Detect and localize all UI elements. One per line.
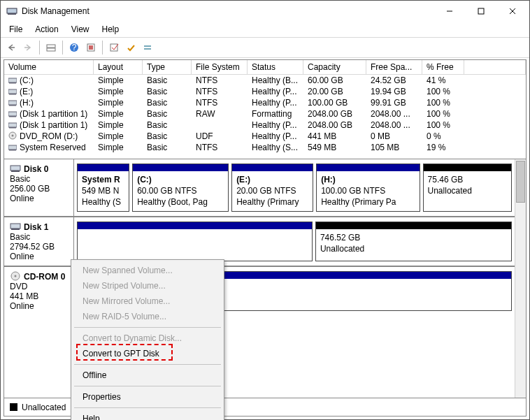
legend-label-unallocated: Unallocated [22,403,66,412]
partition[interactable]: (H:)100.00 GB NTFSHealthy (Primary Pa [316,164,420,212]
window-title: Disk Management [22,6,434,16]
volume-row[interactable]: (C:)SimpleBasicNTFSHealthy (B...60.00 GB… [4,75,526,86]
cell [192,120,248,131]
cell: (C:) [4,75,94,86]
menu-action[interactable]: Action [29,23,64,36]
volume-list-header: VolumeLayoutTypeFile SystemStatusCapacit… [4,60,526,75]
cell: 2048.00 GB [303,120,366,131]
cell: 441 MB [303,131,366,142]
cell [464,97,526,108]
context-menu-item[interactable]: Convert to GPT Disk [73,346,222,361]
list-button[interactable] [140,40,155,55]
column-header[interactable]: % Free [422,60,464,75]
disk-row: Disk 1Basic2794.52 GBOnline746.52 GBUnal… [4,216,515,266]
help-button[interactable]: ? [66,40,82,55]
svg-rect-23 [8,123,17,127]
svg-rect-19 [8,101,17,105]
menu-separator [74,386,221,386]
cell: Basic [143,75,192,86]
cell: 0 % [422,131,464,142]
scrollbar-thumb[interactable] [516,161,525,203]
cell: 2048.00 ... [366,108,422,120]
column-header[interactable]: Status [248,60,303,75]
disk-label[interactable]: Disk 0Basic256.00 GBOnline [4,159,74,216]
cell: 2048.00 ... [366,120,422,131]
cell: 549 MB [303,142,366,153]
svg-rect-30 [11,171,20,172]
column-header[interactable]: Volume [4,60,94,75]
context-menu-item: Convert to Dynamic Disk... [73,331,222,346]
volume-row[interactable]: (H:)SimpleBasicNTFSHealthy (P...100.00 G… [4,97,526,108]
svg-rect-1 [8,13,16,15]
partition[interactable]: System R549 MB NHealthy (S [77,164,129,212]
menu-file[interactable]: File [3,23,28,36]
volume-row[interactable]: DVD_ROM (D:)SimpleBasicUDFHealthy (P...4… [4,131,526,142]
back-button[interactable] [3,40,19,55]
svg-point-34 [15,275,17,277]
volume-row[interactable]: (Disk 1 partition 1)SimpleBasicHealthy (… [4,120,526,131]
maximize-button[interactable] [465,1,496,21]
partition[interactable]: (E:)20.00 GB NTFSHealthy (Primary [231,164,313,212]
svg-point-26 [12,135,14,137]
cell: Healthy (P... [248,97,303,108]
refresh-button[interactable] [106,40,122,55]
menu-separator [74,327,221,328]
menu-separator [74,407,221,408]
disk-management-window: Disk Management File Action View Help ? … [0,0,530,420]
menu-help[interactable]: Help [96,23,125,36]
volume-row[interactable]: (Disk 1 partition 1)SimpleBasicRAWFormat… [4,108,526,120]
disk-label[interactable]: CD-ROM 0DVD441 MBOnline [4,267,74,315]
column-header[interactable]: File System [192,60,248,75]
cell [464,75,526,86]
column-header[interactable]: Free Spa... [366,60,422,75]
apply-button[interactable] [123,40,138,55]
cell: 100 % [422,86,464,97]
disk-context-menu[interactable]: New Spanned Volume...New Striped Volume.… [71,259,224,420]
cell: Basic [143,97,192,108]
volume-row[interactable]: (E:)SimpleBasicNTFSHealthy (P...20.00 GB… [4,86,526,97]
partition-unallocated[interactable]: 746.52 GBUnallocated [315,222,512,261]
minimize-button[interactable] [434,1,465,21]
cell [464,108,526,120]
context-menu-item[interactable]: Help [73,411,222,420]
partition[interactable] [77,222,313,261]
disk-partitions: System R549 MB NHealthy (S(C:)60.00 GB N… [74,159,515,216]
partition-unallocated[interactable]: 75.46 GBUnallocated [423,164,512,212]
context-menu-item[interactable]: Offline [73,368,222,383]
cell: Simple [94,131,143,142]
forward-button[interactable] [20,40,36,55]
show-hide-console-button[interactable] [43,40,59,55]
menu-view[interactable]: View [66,23,95,36]
column-header[interactable]: Layout [94,60,143,75]
svg-rect-18 [9,94,16,95]
svg-rect-0 [7,8,17,13]
cell: 24.52 GB [366,75,422,86]
toolbar: ? [1,37,529,58]
cell: 100.00 GB [303,97,366,108]
cell: Basic [143,131,192,142]
cell: NTFS [192,97,248,108]
cell: Simple [94,120,143,131]
context-menu-item: New RAID-5 Volume... [73,309,222,324]
close-button[interactable] [496,1,528,21]
cell: 41 % [422,75,464,86]
partition[interactable]: (C:)60.00 GB NTFSHealthy (Boot, Pag [132,164,229,212]
disk-row: Disk 0Basic256.00 GBOnlineSystem R549 MB… [4,159,515,216]
disk-label[interactable]: Disk 1Basic2794.52 GBOnline [4,217,74,266]
cell: Basic [143,108,192,120]
settings-button[interactable] [83,40,99,55]
cell: 100 % [422,120,464,131]
svg-rect-16 [9,82,16,84]
cell: Simple [94,86,143,97]
column-header[interactable]: Type [143,60,192,75]
context-menu-item: New Striped Volume... [73,278,222,294]
cell: DVD_ROM (D:) [4,131,94,142]
vertical-scrollbar[interactable] [515,159,526,398]
volume-row[interactable]: System ReservedSimpleBasicNTFSHealthy (S… [4,142,526,153]
context-menu-item[interactable]: Properties [73,389,222,405]
volume-list[interactable]: VolumeLayoutTypeFile SystemStatusCapacit… [4,60,526,159]
column-header[interactable]: Capacity [303,60,366,75]
cell: 99.91 GB [366,97,422,108]
svg-rect-29 [10,166,20,171]
svg-rect-20 [9,105,16,106]
